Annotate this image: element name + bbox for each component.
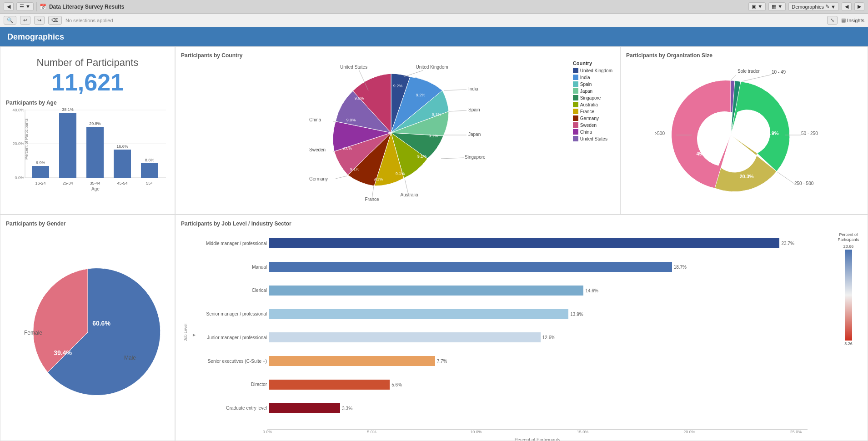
svg-text:8.6%: 8.6% <box>145 158 155 162</box>
job-bar-val: 3.3% <box>342 406 352 411</box>
search-tool[interactable]: 🔍 <box>4 16 16 25</box>
expand-btn[interactable]: ⤡ <box>827 16 838 25</box>
svg-text:9.1%: 9.1% <box>395 171 405 176</box>
participants-label: Number of Participants <box>6 57 169 69</box>
svg-text:Male: Male <box>124 355 136 361</box>
svg-text:50 - 250: 50 - 250 <box>801 131 818 136</box>
back-btn[interactable]: ◀ <box>4 2 14 11</box>
job-row-senior-mgr: Senior manager / professional 13.9% <box>269 309 808 319</box>
panel-participants: Number of Participants 11,621 Participan… <box>0 46 175 215</box>
insights-label: Insights <box>847 18 864 23</box>
nav-label-btn[interactable]: Demographics ✎ ▼ <box>788 2 839 11</box>
svg-text:55+: 55+ <box>146 181 153 185</box>
svg-text:United States: United States <box>340 65 367 70</box>
svg-text:60.6%: 60.6% <box>92 320 110 327</box>
legend-japan: Japan <box>573 88 612 94</box>
svg-rect-73 <box>845 250 852 341</box>
country-title: Participants by Country <box>181 52 614 59</box>
job-label: Junior manager / professional <box>192 335 267 340</box>
svg-text:9.0%: 9.0% <box>354 96 364 100</box>
age-chart-container: Participants by Age Percent of Participa… <box>6 96 169 209</box>
svg-text:39.4%: 39.4% <box>54 349 72 356</box>
svg-rect-10 <box>86 127 104 178</box>
svg-text:9.0%: 9.0% <box>342 146 352 150</box>
panel-gender: Participants by Gender Female Male 60.6%… <box>0 215 175 441</box>
toolbar-right: ▣ ▼ ▦ ▼ Demographics ✎ ▼ ◀ ▶ <box>748 2 864 11</box>
job-bar-fill <box>269 238 779 248</box>
job-row-middle-mgr: Middle manager / professional 23.7% <box>269 238 808 248</box>
job-bar-fill <box>269 309 568 319</box>
job-bar-fill <box>269 356 435 366</box>
job-label: Middle manager / professional <box>192 241 267 246</box>
svg-line-59 <box>742 75 772 81</box>
svg-text:16.6%: 16.6% <box>116 144 128 149</box>
svg-text:45.5%: 45.5% <box>696 151 710 156</box>
job-bar-val: 13.9% <box>570 311 583 316</box>
org-size-title: Participants by Organization Size <box>626 52 862 59</box>
legend-china: China <box>573 129 612 135</box>
svg-rect-14 <box>141 163 158 178</box>
toolbar2-right: ⤡ ▤ Insights <box>827 16 864 25</box>
job-bar-fill <box>269 286 583 296</box>
svg-text:9.1%: 9.1% <box>417 154 426 159</box>
job-bar-fill <box>269 332 541 342</box>
svg-text:9.1%: 9.1% <box>350 167 359 171</box>
prev-btn[interactable]: ◀ <box>842 2 852 11</box>
page-header: Demographics <box>0 27 868 46</box>
svg-text:>500: >500 <box>654 131 665 136</box>
job-label: Director <box>192 382 267 387</box>
svg-text:16-24: 16-24 <box>35 181 45 185</box>
legend-australia: Australia <box>573 102 612 107</box>
job-y-axis-label: Job Level <box>183 324 188 341</box>
svg-text:9.1%: 9.1% <box>431 112 441 117</box>
legend-us: United States <box>573 136 612 141</box>
monitor-btn[interactable]: ▣ ▼ <box>748 2 766 11</box>
svg-line-26 <box>404 70 423 77</box>
svg-text:35-44: 35-44 <box>90 181 100 185</box>
job-label: Senior manager / professional <box>192 311 267 316</box>
svg-text:20.0%: 20.0% <box>12 141 24 146</box>
svg-text:45-54: 45-54 <box>117 181 127 185</box>
next-btn[interactable]: ▶ <box>854 2 864 11</box>
job-bar-fill <box>269 262 672 272</box>
page-title: Demographics <box>7 32 64 42</box>
layout-btn[interactable]: ▦ ▼ <box>768 2 786 11</box>
panel-country: Participants by Country <box>175 46 620 215</box>
job-bar-fill <box>269 403 340 413</box>
svg-text:29.8%: 29.8% <box>89 121 101 126</box>
participants-value: 11,621 <box>6 69 169 96</box>
menu-btn[interactable]: ☰ ▼ <box>16 2 34 11</box>
svg-text:India: India <box>468 86 478 91</box>
toolbar-left: ◀ ☰ ▼ 📅 Data Literacy Survey Results <box>4 2 124 11</box>
svg-text:0.0%: 0.0% <box>15 175 24 180</box>
svg-text:Sweden: Sweden <box>309 147 326 152</box>
job-row-manual: Manual 18.7% <box>269 262 808 272</box>
job-bar-val: 7.7% <box>437 359 447 364</box>
color-scale-title: Percent ofParticipants <box>838 232 859 242</box>
no-selections: No selections applied <box>65 18 113 23</box>
job-row-csuite: Senior executives (C-Suite +) 7.7% <box>269 356 808 366</box>
clear-btn[interactable]: ⌫ <box>48 16 62 25</box>
country-legend: Country United Kingdom India Spain Japan… <box>573 60 612 141</box>
svg-text:Spain: Spain <box>468 107 480 112</box>
panel-org-size: Participants by Organization Size <box>620 46 868 215</box>
legend-uk: United Kingdom <box>573 68 612 73</box>
job-bar-val: 12.6% <box>542 335 555 340</box>
age-y-axis-label: Percent of Participants <box>24 118 29 160</box>
job-bar-val: 14.6% <box>585 288 598 293</box>
legend-germany: Germany <box>573 115 612 121</box>
country-pie-chart: United States United Kingdom India Spain… <box>300 62 496 208</box>
insights-btn[interactable]: ▤ Insights <box>841 17 864 23</box>
undo-btn[interactable]: ↩ <box>20 16 30 25</box>
redo-btn[interactable]: ↪ <box>34 16 45 25</box>
svg-line-28 <box>444 90 467 90</box>
nav-label: Demographics <box>792 4 824 10</box>
svg-rect-6 <box>32 166 49 178</box>
color-scale-max: 23.66 <box>843 244 854 249</box>
svg-line-36 <box>405 179 408 194</box>
x-axis-title: Percent of Participants <box>267 437 808 441</box>
svg-text:Sole trader: Sole trader <box>738 69 760 74</box>
job-label: Manual <box>192 265 267 270</box>
age-chart-title: Participants by Age <box>6 100 169 106</box>
job-bar-val: 23.7% <box>781 241 794 246</box>
